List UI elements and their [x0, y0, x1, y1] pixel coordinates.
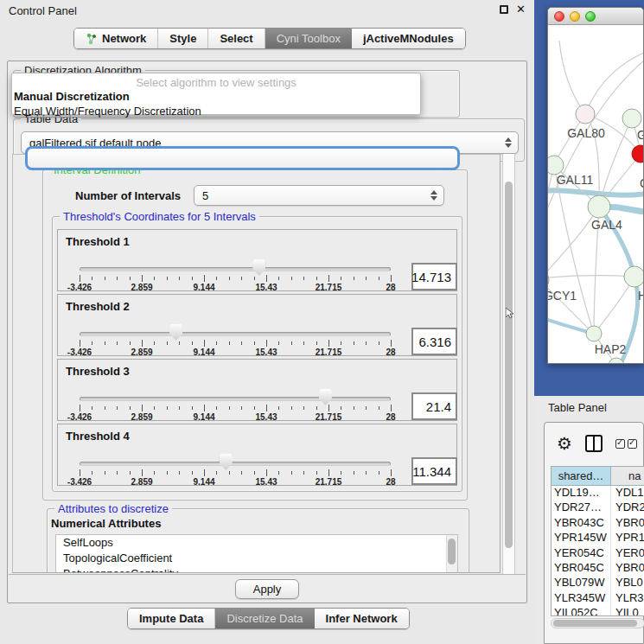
close-traffic-light-icon[interactable]	[554, 11, 564, 22]
tab-discretize-data[interactable]: Discretize Data	[215, 609, 314, 628]
node-table[interactable]: shared… na YDL19…YDL1YDR27…YDR2YBR043CYB…	[551, 466, 644, 616]
network-window: GAL80GACGAL11GAL4GCY1HHAP2	[547, 7, 644, 364]
table-header-row: shared… na	[552, 467, 644, 486]
slider-tick-labels: -3.4262.8599.14415.4321.71528	[80, 348, 391, 357]
table-toolbar: ⚙	[545, 423, 643, 464]
threshold-label: Threshold 2	[66, 300, 130, 313]
gear-icon[interactable]: ⚙	[557, 435, 572, 452]
table-row[interactable]: YPR145WYPR1	[552, 531, 644, 545]
close-icon[interactable]: ✕	[516, 4, 526, 15]
tab-label: Network	[102, 32, 146, 45]
threshold-value-field[interactable]: 21.4	[411, 392, 457, 420]
table-row[interactable]: YBL079WYBL0	[552, 576, 644, 590]
node-label-gcy1: GCY1	[548, 289, 577, 303]
number-of-intervals-value: 5	[202, 189, 208, 202]
attribute-list-item[interactable]: BetweennessCentrality	[56, 566, 457, 573]
tab-select[interactable]: Select	[208, 29, 265, 48]
threshold-value-field[interactable]: 14.713	[411, 263, 457, 290]
cell-shared-name: YBL079W	[552, 576, 611, 590]
table-hscrollbar[interactable]	[551, 618, 644, 628]
list-scrollbar-thumb[interactable]	[448, 539, 456, 564]
GAL80-node[interactable]	[576, 105, 595, 124]
table-row[interactable]: YLR345WYLR3	[552, 591, 644, 606]
GAL11-node[interactable]	[548, 156, 564, 175]
GCY1-node[interactable]	[548, 271, 549, 290]
tab-cyni-toolbox[interactable]: Cyni Toolbox	[265, 29, 352, 48]
minimize-traffic-light-icon[interactable]	[570, 11, 580, 22]
combo-spinner-icon	[504, 137, 512, 148]
split-columns-icon[interactable]	[585, 435, 603, 452]
apply-button[interactable]: Apply	[235, 579, 299, 599]
tab-impute-data[interactable]: Impute Data	[128, 609, 215, 628]
float-window-icon[interactable]	[500, 5, 508, 14]
numerical-attributes-list[interactable]: SelfLoopsTopologicalCoefficientBetweenne…	[55, 534, 458, 573]
table-window: ⚙ shared… na YDL19…YDL1YDR27…YDR2YBR043C…	[544, 422, 644, 644]
slider-track[interactable]	[80, 397, 391, 401]
combo-spinner-icon	[430, 190, 437, 201]
slider-tick-labels: -3.4262.8599.14415.4321.71528	[80, 477, 391, 487]
attributes-group: Attributes to discretize Numerical Attri…	[47, 508, 469, 573]
threshold-block-3: Threshold 3-3.4262.8599.14415.4321.71528…	[57, 359, 457, 421]
dropdown-option[interactable]: Manual Discretization	[12, 89, 420, 104]
interval-definition-group: Interval Definition Number of Intervals …	[42, 169, 468, 501]
GAL4-node[interactable]	[588, 195, 610, 218]
threshold-label: Threshold 3	[66, 365, 130, 378]
checkbox-icon[interactable]	[615, 439, 625, 449]
network-icon	[86, 33, 98, 45]
network-canvas[interactable]: GAL80GACGAL11GAL4GCY1HHAP2	[548, 25, 643, 363]
number-of-intervals-label: Number of Intervals	[75, 189, 181, 202]
column-header-shared[interactable]: shared…	[552, 467, 611, 485]
table-row[interactable]: YDL19…YDL1	[552, 486, 644, 501]
slider-thumb[interactable]	[252, 259, 265, 276]
screen: Control Panel ✕ NetworkStyleSelectCyni T…	[0, 0, 644, 644]
table-hscrollbar-thumb[interactable]	[553, 620, 637, 627]
tab-style[interactable]: Style	[158, 29, 208, 48]
slider-thumb[interactable]	[220, 454, 233, 470]
network-window-titlebar[interactable]	[548, 8, 643, 25]
table-row[interactable]: YER054CYER0	[552, 546, 644, 561]
node-label-h: H	[638, 289, 643, 303]
cell-shared-name: YLR345W	[552, 591, 611, 606]
cell-name: YIL0	[611, 606, 644, 616]
table-row[interactable]: YBR043CYBR0	[552, 516, 644, 531]
HAP2-node[interactable]	[586, 326, 602, 341]
cell-shared-name: YBR043C	[552, 516, 611, 531]
tab-jactivemnodules[interactable]: jActiveMNodules	[352, 29, 465, 48]
slider-track[interactable]	[80, 462, 391, 466]
slider-tick-labels: -3.4262.8599.14415.4321.71528	[80, 283, 391, 292]
algorithm-combobox[interactable]	[25, 146, 460, 170]
main-scrollbar-thumb[interactable]	[505, 182, 513, 548]
main-scrollbar[interactable]	[502, 154, 515, 574]
dropdown-option[interactable]: Equal Width/Frequency Discretization	[12, 104, 420, 118]
cell-name: YLR3	[611, 591, 644, 606]
slider-track[interactable]	[80, 332, 391, 336]
table-row[interactable]: YBR045CYBR0	[552, 561, 644, 576]
numerical-attributes-label: Numerical Attributes	[51, 517, 161, 530]
checkbox-icon[interactable]	[628, 439, 637, 449]
table-row[interactable]: YDR27…YDR2	[552, 501, 644, 515]
attribute-list-item[interactable]: TopologicalCoefficient	[56, 551, 457, 566]
threshold-value-field[interactable]: 11.344	[411, 457, 457, 485]
number-of-intervals-combobox[interactable]: 5	[194, 185, 444, 206]
tab-network[interactable]: Network	[74, 29, 158, 48]
threshold-value-field[interactable]: 6.316	[411, 328, 457, 355]
slider-thumb[interactable]	[319, 389, 332, 405]
node-label-gal80: GAL80	[567, 126, 605, 140]
cell-name: YBL0	[611, 576, 644, 590]
list-scrollbar[interactable]	[446, 535, 457, 573]
tab-infer-network[interactable]: Infer Network	[315, 609, 409, 628]
attribute-list-item[interactable]: SelfLoops	[56, 535, 457, 551]
red-node[interactable]	[632, 145, 643, 163]
table-panel-title: Table Panel	[548, 401, 607, 414]
slider-track[interactable]	[80, 267, 391, 271]
node-label-hap2: HAP2	[595, 342, 627, 356]
cell-name: YDL1	[611, 486, 644, 501]
bottom-tab-bar: Impute DataDiscretize DataInfer Network	[127, 608, 410, 629]
H-node[interactable]	[624, 266, 643, 287]
unnamed-node[interactable]	[622, 109, 641, 128]
table-row[interactable]: YIL052CYIL0	[552, 606, 644, 616]
slider-thumb[interactable]	[169, 324, 182, 341]
column-header-name[interactable]: na	[611, 467, 644, 485]
zoom-traffic-light-icon[interactable]	[585, 11, 596, 22]
cell-name: YER0	[611, 546, 644, 561]
